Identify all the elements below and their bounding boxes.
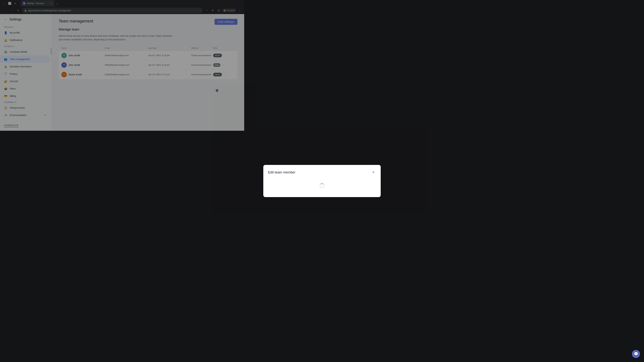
- modal-overlay[interactable]: Edit team member ✕: [0, 0, 244, 137]
